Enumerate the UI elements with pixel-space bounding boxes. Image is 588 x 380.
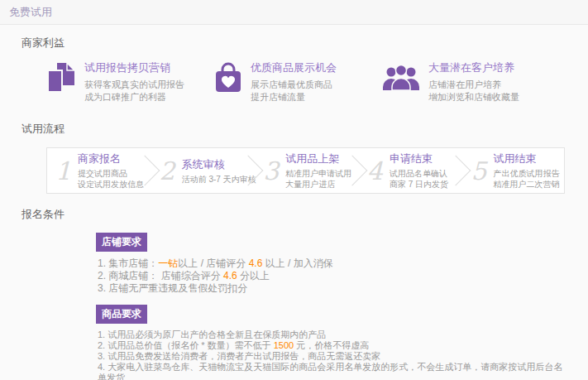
condition-item: 2. 试用品总价值（报名价 * 数量）需不低于 1500 元，价格不得虚高 <box>98 340 566 351</box>
conditions-section-title: 报名条件 <box>22 207 566 222</box>
step-number: 2 <box>160 156 175 185</box>
step-trial-end: 5 试用结束 产出优质试用报告 精准用户二次营销 <box>462 152 564 190</box>
step-title: 申请结束 <box>390 152 448 166</box>
step-desc: 设定试用发放信息 <box>78 179 144 190</box>
benefit-desc: 展示店铺最优质商品 <box>251 79 337 91</box>
benefit-desc: 增加浏览和店铺收藏量 <box>428 91 519 103</box>
process-steps-box: 1 商家报名 提交试用商品 设定试用发放信息 2 系统审核 活动前 3-7 天内… <box>46 147 565 194</box>
benefit-title: 大量潜在客户培养 <box>428 60 519 75</box>
step-number: 1 <box>55 156 71 185</box>
step-title: 试用品上架 <box>285 152 351 166</box>
step-title: 试用结束 <box>493 152 559 166</box>
bag-heart-icon <box>214 62 242 97</box>
condition-item: 3. 店铺无严重违规及售假处罚扣分 <box>98 282 566 295</box>
main-content: 商家利益 试用报告拷贝营销 获得客观真实的试用报告 成为口碑推广的利器 <box>0 36 588 380</box>
people-group-icon <box>382 62 420 95</box>
benefit-title: 优质商品展示机会 <box>251 60 337 75</box>
product-requirements-badge: 商品要求 <box>96 305 147 324</box>
step-desc: 商家 7 日内发货 <box>390 179 448 190</box>
condition-item: 1. 集市店铺：一钻以上 / 店铺评分 4.6 以上 / 加入消保 <box>98 257 566 270</box>
step-desc: 大量用户进店 <box>285 179 351 190</box>
step-desc: 精准用户二次营销 <box>493 179 559 190</box>
shop-requirements-badge: 店铺要求 <box>96 233 147 252</box>
benefit-desc: 获得客观真实的试用报告 <box>84 79 184 91</box>
benefit-customer-growth: 大量潜在客户培养 店铺潜在用户培养 增加浏览和店铺收藏量 <box>382 60 550 103</box>
benefits-section-title: 商家利益 <box>22 36 566 51</box>
step-desc: 产出优质试用报告 <box>493 168 559 179</box>
step-desc: 试用品名单确认 <box>390 168 448 179</box>
benefit-desc: 店铺潜在用户培养 <box>428 79 519 91</box>
condition-item: 3. 试用品免费发送给消费者，消费者产出试用报告，商品无需返还卖家 <box>98 351 566 362</box>
step-number: 3 <box>263 156 279 185</box>
process-section-title: 试用流程 <box>22 122 566 137</box>
benefit-report-marketing: 试用报告拷贝营销 获得客观真实的试用报告 成为口碑推广的利器 <box>46 60 214 103</box>
page-header: 免费试用 <box>0 0 588 25</box>
documents-icon <box>46 62 76 97</box>
product-requirements-list: 1. 试用品必须为原厂出产的合格全新且在保质期内的产品2. 试用品总价值（报名价… <box>98 329 566 380</box>
benefit-product-showcase: 优质商品展示机会 展示店铺最优质商品 提升店铺流量 <box>214 60 382 103</box>
condition-item: 2. 商城店铺： 店铺综合评分 4.6 分以上 <box>98 270 566 282</box>
shop-requirements-list: 1. 集市店铺：一钻以上 / 店铺评分 4.6 以上 / 加入消保2. 商城店铺… <box>98 257 566 295</box>
benefit-desc: 提升店铺流量 <box>251 91 337 103</box>
benefit-desc: 成为口碑推广的利器 <box>84 91 184 103</box>
step-number: 4 <box>367 156 383 185</box>
condition-item: 1. 试用品必须为原厂出产的合格全新且在保质期内的产品 <box>98 329 566 340</box>
step-title: 商家报名 <box>78 152 144 166</box>
benefit-title: 试用报告拷贝营销 <box>84 60 184 75</box>
condition-item: 4. 大家电入驻菜鸟仓库、天猫物流宝及天猫国际的商品会采用名单发放的形式，不会生… <box>98 362 566 380</box>
benefits-row: 试用报告拷贝营销 获得客观真实的试用报告 成为口碑推广的利器 优质商品展示机会 … <box>22 60 566 103</box>
page-title: 免费试用 <box>9 6 52 18</box>
step-number: 5 <box>471 156 486 185</box>
